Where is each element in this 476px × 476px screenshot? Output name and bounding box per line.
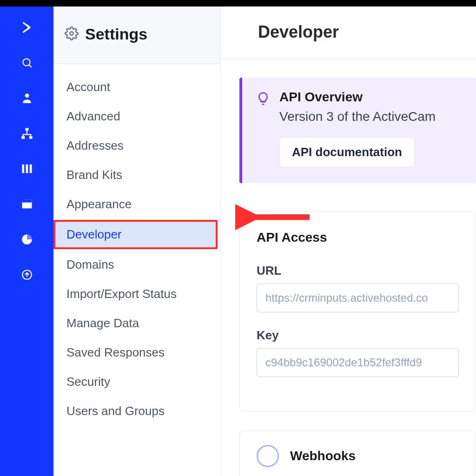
sidebar-item-advanced[interactable]: Advanced bbox=[53, 102, 220, 131]
window-top-bar bbox=[0, 0, 476, 7]
sidebar-item-saved-responses[interactable]: Saved Responses bbox=[53, 338, 220, 367]
api-key-field[interactable]: c94bb9c169002de1b52fef3fffd9 bbox=[257, 348, 459, 377]
svg-point-0 bbox=[23, 59, 30, 66]
overview-title: API Overview bbox=[279, 90, 436, 105]
sidebar-item-account[interactable]: Account bbox=[53, 73, 220, 102]
sidebar-item-brand-kits[interactable]: Brand Kits bbox=[53, 160, 220, 190]
key-label: Key bbox=[257, 328, 459, 343]
api-overview-card: API Overview Version 3 of the ActiveCam … bbox=[239, 78, 476, 183]
sidebar-item-domains[interactable]: Domains bbox=[53, 250, 220, 279]
page-title: Developer bbox=[258, 22, 457, 42]
settings-title: Settings bbox=[85, 25, 147, 43]
columns-icon[interactable] bbox=[20, 162, 34, 176]
api-url-field[interactable]: https://crminputs.activehosted.co bbox=[257, 284, 459, 312]
sidebar-item-users-groups[interactable]: Users and Groups bbox=[53, 397, 220, 426]
pie-chart-icon[interactable] bbox=[20, 232, 34, 246]
settings-nav-list: Account Advanced Addresses Brand Kits Ap… bbox=[53, 64, 220, 426]
webhooks-card: Webhooks bbox=[239, 430, 476, 476]
svg-rect-6 bbox=[22, 165, 24, 173]
sidebar-item-security[interactable]: Security bbox=[53, 367, 220, 397]
search-icon[interactable] bbox=[20, 56, 34, 70]
sidebar-item-appearance[interactable]: Appearance bbox=[53, 190, 220, 219]
svg-point-2 bbox=[25, 93, 29, 98]
svg-point-13 bbox=[70, 32, 73, 35]
svg-line-1 bbox=[29, 65, 31, 67]
webhooks-icon bbox=[257, 445, 279, 467]
settings-header: Settings bbox=[53, 7, 220, 64]
svg-rect-7 bbox=[26, 165, 28, 173]
primary-nav-rail bbox=[0, 7, 53, 476]
window-icon[interactable] bbox=[20, 197, 34, 211]
api-documentation-button[interactable]: API documentation bbox=[279, 137, 415, 167]
api-access-card: API Access URL https://crminputs.activeh… bbox=[239, 211, 476, 412]
up-circle-icon[interactable] bbox=[20, 268, 34, 282]
api-access-title: API Access bbox=[257, 230, 459, 245]
sidebar-item-addresses[interactable]: Addresses bbox=[53, 131, 220, 160]
sidebar-item-developer[interactable]: Developer bbox=[53, 220, 218, 249]
webhooks-title: Webhooks bbox=[290, 449, 356, 463]
lightbulb-icon bbox=[256, 92, 270, 107]
overview-description: Version 3 of the ActiveCam bbox=[279, 109, 436, 124]
svg-rect-3 bbox=[25, 128, 28, 131]
gear-icon bbox=[65, 26, 79, 42]
logo-icon[interactable] bbox=[20, 20, 34, 34]
svg-rect-8 bbox=[29, 165, 32, 173]
url-label: URL bbox=[257, 264, 459, 278]
hierarchy-icon[interactable] bbox=[20, 126, 34, 140]
main-content: Developer API Overview Version 3 of the … bbox=[221, 7, 476, 476]
settings-sidebar: Settings Account Advanced Addresses Bran… bbox=[53, 7, 221, 476]
sidebar-item-import-export[interactable]: Import/Export Status bbox=[53, 279, 220, 309]
user-icon[interactable] bbox=[20, 91, 34, 105]
page-header: Developer bbox=[221, 7, 476, 59]
sidebar-item-manage-data[interactable]: Manage Data bbox=[53, 309, 220, 338]
svg-rect-4 bbox=[21, 136, 25, 139]
svg-rect-5 bbox=[29, 136, 32, 139]
svg-rect-10 bbox=[22, 200, 32, 203]
